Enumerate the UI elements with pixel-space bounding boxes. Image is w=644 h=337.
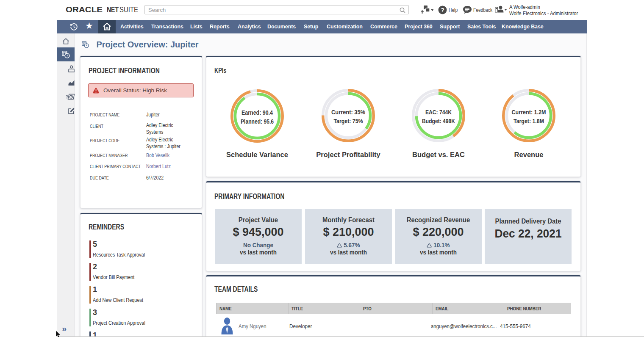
svg-text:EAC: 744K: EAC: 744K [425,108,452,116]
svg-text:Planned: 95.6: Planned: 95.6 [241,118,274,125]
svg-text:SUITE: SUITE [119,5,138,14]
svg-text:ORACLE: ORACLE [66,5,103,14]
svg-text:?: ? [441,7,444,14]
svg-text:Target: 1.8M: Target: 1.8M [514,117,544,124]
svg-text:Current: 1.2M: Current: 1.2M [512,108,546,116]
svg-text:Target: 75%: Target: 75% [334,117,363,124]
svg-text:NET: NET [107,5,119,14]
svg-text:Current: 35%: Current: 35% [331,108,365,116]
svg-text:Earned: 90.4: Earned: 90.4 [242,109,273,116]
svg-text:Budget: 498K: Budget: 498K [422,117,455,124]
